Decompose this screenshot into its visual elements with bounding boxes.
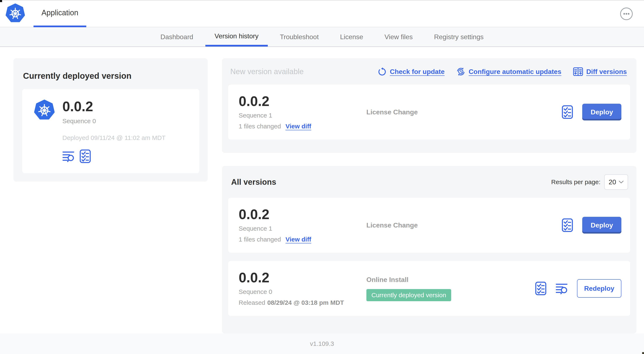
tab-version-history[interactable]: Version history	[206, 27, 268, 47]
screenshot-artifact	[0, 0, 2, 2]
chevron-down-icon	[619, 181, 624, 183]
view-logs-icon[interactable]	[556, 282, 568, 294]
all-versions-title: All versions	[231, 178, 276, 187]
current-version-number: 0.0.2	[62, 100, 166, 113]
released-at-label: Released08/29/24 @ 03:18 pm MDT	[239, 299, 344, 306]
tab-dashboard[interactable]: Dashboard	[151, 27, 202, 47]
app-header: Application	[0, 0, 644, 27]
new-version-panel: New version available Check for update	[222, 58, 636, 153]
all-versions-panel: All versions Results per page: 20	[222, 166, 636, 333]
preflight-checks-icon[interactable]	[80, 149, 91, 163]
version-number: 0.0.2	[239, 271, 366, 284]
app-nav: Dashboard Version history Troubleshoot L…	[0, 27, 644, 47]
results-per-page-label: Results per page:	[551, 178, 600, 186]
currently-deployed-badge: Currently deployed version	[366, 289, 451, 301]
right-column: New version available Check for update	[222, 58, 636, 333]
preflight-checks-icon[interactable]	[562, 105, 573, 119]
view-logs-icon[interactable]	[62, 150, 74, 162]
version-row-sequence-0: 0.0.2 Sequence 0 Released08/29/24 @ 03:1…	[228, 261, 630, 316]
version-source-label: License Change	[366, 108, 418, 116]
app-tab[interactable]: Application	[34, 0, 86, 27]
diff-icon	[573, 67, 583, 76]
auto-update-clock-icon	[456, 67, 466, 76]
version-sequence: Sequence 1	[239, 112, 366, 119]
version-sequence: Sequence 0	[239, 288, 366, 295]
files-changed-label: 1 files changed	[239, 123, 281, 130]
new-version-title: New version available	[230, 67, 304, 76]
check-for-update-link[interactable]: Check for update	[378, 67, 444, 76]
console-version-label: v1.109.3	[310, 340, 334, 347]
configure-automatic-updates-link[interactable]: Configure automatic updates	[456, 67, 561, 76]
results-per-page-select[interactable]: 20	[604, 174, 628, 190]
preflight-checks-icon[interactable]	[562, 218, 573, 232]
current-version-deployed-at: Deployed 09/11/24 @ 11:02 am MDT	[62, 134, 166, 141]
deploy-button[interactable]: Deploy	[582, 104, 622, 120]
version-source-label: License Change	[366, 221, 418, 229]
view-diff-link[interactable]: View diff	[286, 123, 311, 130]
version-source-label: Online Install	[366, 276, 408, 283]
tab-view-files[interactable]: View files	[376, 27, 422, 47]
tab-license[interactable]: License	[331, 27, 372, 47]
main-content: Currently deployed version	[0, 47, 644, 333]
preflight-checks-icon[interactable]	[535, 281, 546, 295]
currently-deployed-panel: Currently deployed version	[14, 58, 208, 182]
version-sequence: Sequence 1	[239, 225, 366, 232]
currently-deployed-title: Currently deployed version	[23, 71, 199, 81]
current-version-sequence: Sequence 0	[62, 118, 166, 125]
refresh-icon	[378, 67, 387, 76]
kubernetes-app-icon	[34, 100, 55, 163]
app-tab-label: Application	[42, 8, 78, 17]
redeploy-button[interactable]: Redeploy	[577, 279, 622, 298]
version-number: 0.0.2	[239, 207, 366, 221]
tab-registry-settings[interactable]: Registry settings	[425, 27, 493, 47]
kubernetes-logo-icon	[6, 3, 25, 23]
diff-versions-link[interactable]: Diff versions	[573, 67, 627, 76]
files-changed-label: 1 files changed	[239, 236, 281, 243]
currently-deployed-card: 0.0.2 Sequence 0 Deployed 09/11/24 @ 11:…	[22, 89, 199, 173]
new-version-row: 0.0.2 Sequence 1 1 files changed View di…	[228, 85, 630, 140]
screenshot-artifact	[642, 352, 644, 354]
more-menu-button[interactable]	[620, 7, 633, 21]
version-row-sequence-1: 0.0.2 Sequence 1 1 files changed View di…	[228, 198, 630, 253]
tab-troubleshoot[interactable]: Troubleshoot	[271, 27, 328, 47]
app-footer: v1.109.3	[0, 333, 644, 354]
view-diff-link[interactable]: View diff	[286, 236, 311, 243]
deploy-button[interactable]: Deploy	[582, 217, 622, 234]
version-number: 0.0.2	[239, 94, 366, 108]
